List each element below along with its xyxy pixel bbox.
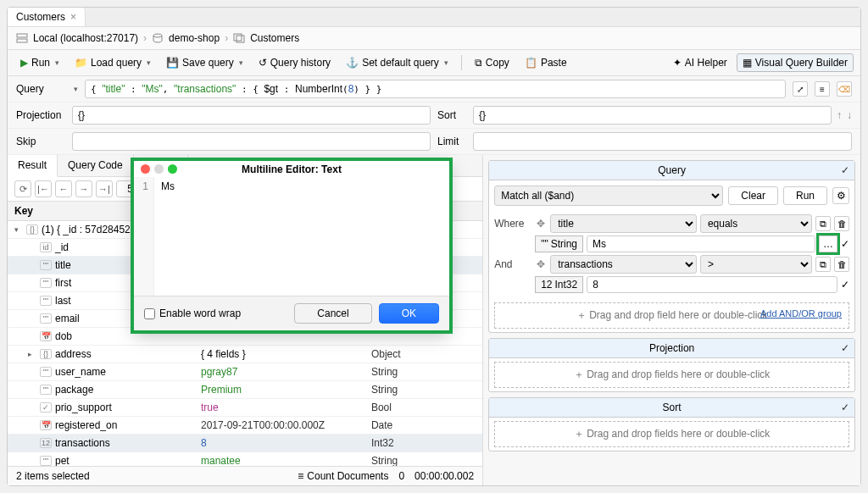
word-wrap-checkbox[interactable]: Enable word wrap: [144, 307, 241, 319]
paste-button[interactable]: 📋Paste: [519, 53, 573, 72]
sort-input[interactable]: [473, 106, 832, 125]
type-icon: 📅: [40, 420, 52, 430]
type-badge[interactable]: ""String: [535, 235, 583, 252]
ok-button[interactable]: OK: [379, 303, 439, 324]
key-cell: _id: [55, 241, 69, 253]
tab-customers[interactable]: Customers ×: [8, 8, 86, 26]
key-cell: dob: [55, 330, 72, 342]
breadcrumb-coll[interactable]: Customers: [250, 32, 299, 44]
match-mode-select[interactable]: Match all ($and): [494, 186, 723, 206]
last-page-icon[interactable]: →|: [96, 180, 113, 197]
skip-input[interactable]: [72, 132, 431, 151]
check-icon[interactable]: ✓: [841, 164, 849, 176]
skip-label: Skip: [16, 136, 67, 147]
key-cell: first: [55, 277, 71, 289]
table-row[interactable]: "" user_namepgray87String: [8, 363, 482, 381]
next-page-icon[interactable]: →: [75, 180, 92, 197]
drop-fields-zone[interactable]: ＋ Drag and drop fields here or double-cl…: [494, 362, 849, 388]
projection-input[interactable]: [72, 106, 431, 125]
delete-icon[interactable]: 🗑: [834, 257, 849, 272]
table-row[interactable]: 📅 dob: [8, 328, 482, 346]
sort-asc-icon[interactable]: ↑: [837, 109, 842, 121]
breadcrumb-conn[interactable]: Local (localhost:27017): [33, 32, 138, 44]
add-andor-group-link[interactable]: Add AND/OR group: [760, 308, 842, 319]
operator-select[interactable]: equals: [700, 214, 812, 233]
minimize-window-icon[interactable]: [154, 164, 164, 174]
type-badge[interactable]: 12Int32: [535, 276, 583, 293]
drag-icon[interactable]: ✥: [535, 218, 547, 230]
drop-field-zone[interactable]: ＋ Drag and drop field here or double-cli…: [494, 302, 849, 329]
delete-icon[interactable]: 🗑: [834, 216, 849, 231]
tab-result[interactable]: Result: [8, 155, 58, 177]
run-button[interactable]: ▶Run: [14, 53, 65, 72]
operator-select[interactable]: >: [700, 255, 812, 274]
set-default-query-button[interactable]: ⚓Set default query: [340, 53, 454, 72]
check-icon[interactable]: ✓: [841, 279, 849, 291]
multiline-editor-button[interactable]: …: [819, 235, 837, 252]
run-button[interactable]: Run: [783, 186, 827, 205]
copy-button[interactable]: ⧉Copy: [469, 53, 515, 72]
close-window-icon[interactable]: [141, 164, 150, 174]
table-row[interactable]: "" packagePremiumString: [8, 381, 482, 399]
dialog-title: Multiline Editor: Text: [134, 163, 449, 175]
table-row[interactable]: 📅 registered_on2017-09-21T00:00:00.000ZD…: [8, 417, 482, 435]
table-row[interactable]: ✓ prio_supporttrueBool: [8, 399, 482, 417]
grid-icon: ▦: [743, 57, 752, 69]
refresh-icon[interactable]: ⟳: [14, 180, 31, 197]
projection-panel: Projection✓ ＋ Drag and drop fields here …: [488, 338, 855, 392]
clear-icon[interactable]: ⌫: [837, 81, 852, 97]
prev-page-icon[interactable]: ←: [55, 180, 72, 197]
value-input[interactable]: [587, 276, 837, 293]
query-label: Query: [16, 83, 67, 95]
count-documents-button[interactable]: ≡Count Documents: [298, 470, 388, 482]
database-icon: [152, 33, 164, 43]
check-icon[interactable]: ✓: [841, 402, 849, 413]
expand-icon[interactable]: ⤢: [793, 81, 808, 97]
duplicate-icon[interactable]: ⧉: [815, 216, 831, 231]
save-icon: 💾: [166, 57, 179, 69]
breadcrumb-db[interactable]: demo-shop: [169, 32, 220, 44]
query-input[interactable]: { "title" : "Ms", "transactions" : { $gt…: [85, 80, 786, 98]
plus-icon: ＋: [574, 368, 584, 380]
value-input[interactable]: [587, 235, 815, 252]
checkbox-icon[interactable]: [144, 308, 155, 319]
tab-query-code[interactable]: Query Code: [58, 155, 134, 176]
chevron-down-icon[interactable]: ▾: [74, 85, 78, 93]
query-history-button[interactable]: ↺Query history: [253, 53, 337, 72]
check-icon[interactable]: ✓: [841, 238, 849, 250]
format-icon[interactable]: ≡: [815, 81, 830, 97]
type-cell: String: [364, 452, 482, 466]
field-select[interactable]: title: [550, 214, 697, 233]
chevron-right-icon[interactable]: ▸: [28, 350, 36, 358]
key-cell: last: [55, 295, 71, 307]
table-row[interactable]: 12 transactions8Int32: [8, 435, 482, 452]
table-row[interactable]: "" petmanateeString: [8, 452, 482, 466]
clear-button[interactable]: Clear: [728, 186, 778, 205]
collection-icon: [233, 33, 245, 43]
chevron-right-icon: ›: [143, 32, 147, 44]
cancel-button[interactable]: Cancel: [294, 303, 371, 324]
drop-fields-zone[interactable]: ＋ Drag and drop fields here or double-cl…: [494, 421, 849, 447]
drag-icon[interactable]: ✥: [535, 258, 547, 270]
chevron-down-icon[interactable]: ▾: [14, 225, 23, 234]
panel-title: Sort: [663, 402, 682, 413]
duplicate-icon[interactable]: ⧉: [815, 257, 831, 272]
first-page-icon[interactable]: |←: [35, 180, 52, 197]
load-query-button[interactable]: 📁Load query: [69, 53, 157, 72]
ai-helper-button[interactable]: ✦AI Helper: [667, 53, 733, 72]
field-select[interactable]: transactions: [550, 255, 697, 274]
limit-input[interactable]: [473, 132, 852, 151]
check-icon[interactable]: ✓: [841, 342, 849, 354]
type-cell: String: [364, 363, 482, 380]
value-cell: Premium: [194, 381, 364, 398]
zoom-window-icon[interactable]: [168, 164, 177, 174]
svg-rect-4: [236, 36, 244, 42]
table-row[interactable]: ▸{} address{ 4 fields }Object: [8, 346, 482, 363]
close-icon[interactable]: ×: [70, 11, 76, 23]
status-bar: 2 items selected ≡Count Documents 0 00:0…: [8, 466, 482, 485]
sort-desc-icon[interactable]: ↓: [847, 109, 852, 121]
save-query-button[interactable]: 💾Save query: [160, 53, 249, 72]
editor-textarea[interactable]: Ms: [154, 177, 449, 296]
gear-icon[interactable]: ⚙: [832, 187, 849, 204]
visual-query-builder-button[interactable]: ▦Visual Query Builder: [737, 53, 854, 72]
